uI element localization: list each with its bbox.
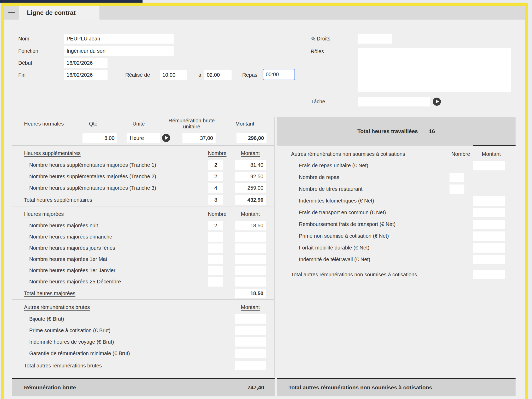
montant-col-header: Montant bbox=[234, 150, 267, 156]
montant-col-header: Montant bbox=[475, 151, 507, 157]
table-row: Remboursement frais de transport (€ Net) bbox=[277, 218, 516, 230]
minus-icon bbox=[8, 12, 15, 13]
table-row: Nombre heures majorées dimanche bbox=[12, 231, 274, 242]
fonction-field[interactable] bbox=[64, 46, 174, 56]
montant-input[interactable] bbox=[473, 255, 505, 264]
table-row: Prime non soumise à cotisation (€ Net) bbox=[277, 230, 516, 242]
total-heures-travaillees-box: Total heures travaillées 16 bbox=[277, 117, 516, 146]
droits-field[interactable] bbox=[358, 34, 392, 44]
montant-input[interactable] bbox=[473, 231, 505, 241]
total-row: Total heures majorées 18,50 bbox=[12, 287, 274, 299]
montant-input[interactable] bbox=[473, 208, 505, 217]
a-label: à bbox=[198, 70, 201, 80]
nom-label: Nom bbox=[18, 34, 29, 44]
nombre-input[interactable] bbox=[208, 160, 223, 170]
table-row: Nombre de repas bbox=[277, 171, 516, 183]
rbu-input[interactable] bbox=[182, 133, 216, 143]
page-title: Ligne de contrat bbox=[27, 9, 76, 16]
table-row: Bijoute (€ Brut) bbox=[12, 313, 274, 325]
montant-input[interactable] bbox=[235, 337, 266, 347]
montant-normales-value: 296,00 bbox=[237, 133, 267, 143]
total-row: Total autres rémunérations brutes bbox=[12, 359, 274, 372]
table-row: Prime soumise à cotisation (€ Brut) bbox=[12, 325, 274, 336]
montant-col-header: Montant bbox=[234, 304, 267, 310]
section-heures-majorees: Heures majorées Nombre Montant Nombre he… bbox=[12, 208, 274, 299]
montant-col-header: Montant bbox=[234, 211, 267, 217]
montant-value: 81,40 bbox=[235, 160, 266, 170]
total-nombre-value: 8 bbox=[208, 195, 223, 205]
realise-de-label: Réalisé de bbox=[125, 70, 150, 80]
qte-input[interactable] bbox=[82, 133, 117, 143]
debut-label: Début bbox=[18, 58, 32, 68]
total-montant-value bbox=[235, 361, 266, 370]
heure-debut-field[interactable] bbox=[160, 70, 187, 80]
montant-value bbox=[235, 277, 266, 287]
total-montant-value: 432,90 bbox=[235, 195, 266, 205]
table-row: Nombre heures majorées jours fériés bbox=[12, 242, 274, 254]
section-autres-remunerations-brutes: Autres rémunérations brutes Montant Bijo… bbox=[12, 301, 274, 372]
droits-label: % Droits bbox=[311, 34, 330, 44]
montant-value: 18,50 bbox=[235, 221, 266, 230]
tache-lookup-play-icon[interactable] bbox=[433, 98, 441, 106]
table-row: Indemnités kilométriques (€ Net) bbox=[277, 195, 516, 207]
table-row: Forfait mobilité durable (€ Net) bbox=[277, 242, 516, 254]
montant-value bbox=[235, 243, 266, 253]
montant-input[interactable] bbox=[473, 161, 505, 170]
qte-col-header: Qté bbox=[83, 121, 104, 127]
total-row: Total heures supplémentaires 8 432,90 bbox=[12, 194, 274, 206]
table-row: Nombre de titres restaurant bbox=[277, 183, 516, 195]
heures-table: Heures normales Qté Unité Rémunération b… bbox=[12, 117, 275, 377]
montant-input[interactable] bbox=[235, 326, 266, 335]
nombre-col-header: Nombre bbox=[203, 150, 232, 156]
montant-input[interactable] bbox=[473, 243, 505, 253]
fin-label: Fin bbox=[18, 70, 26, 80]
tab-ligne-de-contrat[interactable]: Ligne de contrat bbox=[19, 6, 99, 20]
remuneration-brute-footer: Rémunération brute 747,40 bbox=[12, 378, 275, 396]
nombre-input[interactable] bbox=[208, 243, 223, 253]
montant-col-header: Montant bbox=[229, 121, 261, 127]
heures-majorees-title: Heures majorées bbox=[24, 211, 64, 217]
nombre-input[interactable] bbox=[208, 221, 223, 230]
montant-value bbox=[235, 232, 266, 242]
table-row: Frais de transport en commun (€ Net) bbox=[277, 207, 516, 218]
fonction-label: Fonction bbox=[18, 46, 38, 56]
unite-input[interactable] bbox=[127, 133, 160, 143]
section-heures-supplementaires: Heures supplémentaires Nombre Montant No… bbox=[12, 147, 274, 206]
nombre-input[interactable] bbox=[208, 277, 223, 287]
nombre-input[interactable] bbox=[208, 266, 223, 275]
total-montant-input[interactable] bbox=[473, 270, 505, 279]
autres-brutes-title: Autres rémunérations brutes bbox=[24, 304, 90, 310]
tache-label: Tâche bbox=[311, 97, 325, 106]
remuneration-brute-value: 747,40 bbox=[247, 384, 264, 391]
unite-lookup-play-icon[interactable] bbox=[162, 134, 170, 142]
tache-field[interactable] bbox=[358, 97, 430, 106]
roles-label: Rôles bbox=[311, 47, 324, 56]
montant-input[interactable] bbox=[473, 196, 505, 206]
section-heures-normales: Heures normales Qté Unité Rémunération b… bbox=[12, 117, 274, 145]
nombre-input[interactable] bbox=[208, 183, 223, 193]
roles-textarea[interactable] bbox=[358, 48, 511, 92]
nombre-input[interactable] bbox=[450, 173, 464, 182]
fin-date-field[interactable] bbox=[64, 70, 108, 80]
nom-field[interactable] bbox=[64, 34, 174, 44]
debut-date-field[interactable] bbox=[64, 58, 108, 68]
montant-input[interactable] bbox=[235, 349, 266, 358]
nombre-input[interactable] bbox=[208, 232, 223, 242]
heure-fin-field[interactable] bbox=[204, 70, 232, 80]
repas-label: Repas bbox=[242, 70, 257, 80]
nombre-input[interactable] bbox=[208, 172, 223, 181]
table-row: Nombre heures majorées nuit 18,50 bbox=[12, 220, 274, 231]
total-heures-travaillees-label: Total heures travaillées bbox=[357, 128, 418, 134]
collapse-button[interactable] bbox=[4, 6, 19, 20]
ligne-de-contrat-panel: Ligne de contrat Nom Fonction Début Fin … bbox=[1, 3, 528, 399]
repas-field-focused[interactable]: 00:00 bbox=[263, 69, 295, 80]
nombre-input[interactable] bbox=[450, 184, 464, 194]
section-divider bbox=[12, 299, 274, 300]
montant-input[interactable] bbox=[235, 314, 266, 324]
montant-value: 259,00 bbox=[235, 183, 266, 193]
nombre-input[interactable] bbox=[208, 255, 223, 264]
total-autres-nets-label: Total autres rémunérations non soumises … bbox=[288, 384, 432, 391]
autres-remunerations-panel: Total heures travaillées 16 Autres rémun… bbox=[277, 117, 516, 281]
nombre-col-header: Nombre bbox=[203, 211, 232, 217]
montant-input[interactable] bbox=[473, 220, 505, 229]
